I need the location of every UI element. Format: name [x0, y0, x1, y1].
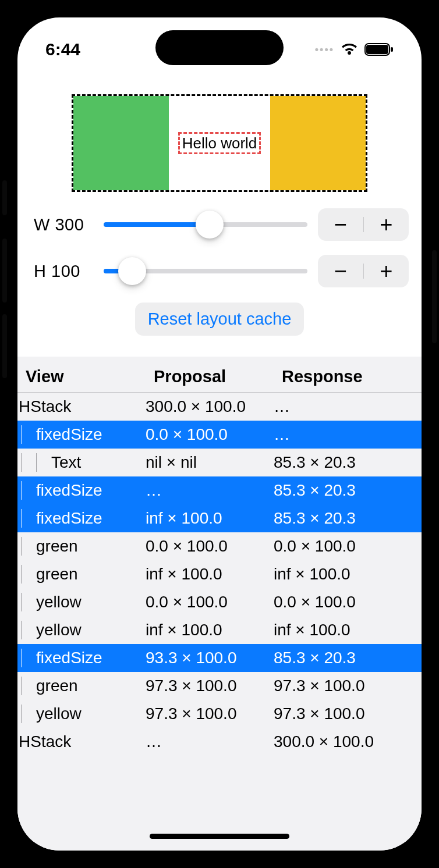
cell-view: fixedSize — [17, 481, 146, 500]
svg-rect-2 — [391, 47, 393, 52]
preview-text: Hello world — [178, 132, 261, 154]
tree-guide — [21, 593, 33, 611]
table-row[interactable]: HStack300.0 × 100.0… — [17, 393, 422, 421]
home-indicator — [150, 834, 289, 839]
cell-view: green — [17, 537, 146, 556]
cell-view: yellow — [17, 593, 146, 611]
height-control-row: H 100 − + — [30, 255, 409, 287]
width-slider-thumb[interactable] — [196, 211, 224, 239]
cell-response: inf × 100.0 — [274, 565, 413, 584]
power-button — [432, 250, 437, 343]
tree-guide — [21, 509, 33, 528]
height-slider[interactable] — [104, 269, 307, 273]
cell-proposal: 0.0 × 100.0 — [146, 537, 274, 556]
table-row[interactable]: yellow0.0 × 100.00.0 × 100.0 — [17, 588, 422, 616]
cell-response: inf × 100.0 — [274, 621, 413, 639]
header-response: Response — [282, 367, 413, 386]
tree-guide — [21, 481, 33, 500]
center-block: Hello world — [169, 96, 270, 190]
screen: 6:44 •••• Hello world — [17, 17, 422, 851]
cell-proposal: 97.3 × 100.0 — [146, 705, 274, 723]
side-button — [2, 180, 7, 215]
width-stepper: − + — [318, 208, 409, 241]
view-label: fixedSize — [35, 649, 102, 667]
table-header: View Proposal Response — [17, 357, 422, 393]
view-label: yellow — [35, 593, 82, 611]
cell-response: … — [274, 425, 413, 444]
cell-view: HStack — [17, 397, 146, 416]
view-label: yellow — [35, 705, 82, 723]
header-proposal: Proposal — [154, 367, 282, 386]
cell-response: 85.3 × 20.3 — [274, 481, 413, 500]
cell-view: yellow — [17, 705, 146, 723]
view-label: yellow — [35, 621, 82, 639]
width-plus-button[interactable]: + — [364, 212, 409, 237]
table-row[interactable]: green0.0 × 100.00.0 × 100.0 — [17, 532, 422, 560]
svg-rect-1 — [366, 45, 388, 54]
cell-response: … — [274, 397, 413, 416]
view-label: HStack — [17, 397, 71, 416]
green-block — [73, 96, 169, 190]
layout-table: View Proposal Response HStack300.0 × 100… — [17, 357, 422, 851]
cell-view: green — [17, 565, 146, 584]
cell-proposal: inf × 100.0 — [146, 621, 274, 639]
table-row[interactable]: HStack…300.0 × 100.0 — [17, 728, 422, 756]
width-label: W 300 — [30, 215, 93, 234]
cell-proposal: 93.3 × 100.0 — [146, 649, 274, 667]
view-label: Text — [50, 453, 81, 472]
cell-proposal: inf × 100.0 — [146, 565, 274, 584]
height-slider-thumb[interactable] — [118, 257, 146, 285]
tree-guide — [21, 537, 33, 556]
cell-response: 0.0 × 100.0 — [274, 537, 413, 556]
cell-proposal: … — [146, 732, 274, 751]
view-label: fixedSize — [35, 481, 102, 500]
volume-down-button — [2, 314, 7, 378]
view-label: green — [35, 565, 78, 584]
tree-guide — [21, 677, 33, 695]
table-row[interactable]: green97.3 × 100.097.3 × 100.0 — [17, 672, 422, 700]
cell-response: 97.3 × 100.0 — [274, 705, 413, 723]
status-time: 6:44 — [45, 40, 80, 59]
width-minus-button[interactable]: − — [318, 212, 363, 237]
cell-view: fixedSize — [17, 649, 146, 667]
cell-response: 85.3 × 20.3 — [274, 509, 413, 528]
table-row[interactable]: fixedSize…85.3 × 20.3 — [17, 476, 422, 504]
table-row[interactable]: fixedSizeinf × 100.085.3 × 20.3 — [17, 504, 422, 532]
width-control-row: W 300 − + — [30, 208, 409, 241]
cell-view: fixedSize — [17, 509, 146, 528]
cell-response: 85.3 × 20.3 — [274, 649, 413, 667]
tree-guide — [21, 649, 33, 667]
table-row[interactable]: yellow97.3 × 100.097.3 × 100.0 — [17, 700, 422, 728]
phone-frame: 6:44 •••• Hello world — [6, 6, 433, 862]
table-row[interactable]: Textnil × nil85.3 × 20.3 — [17, 449, 422, 476]
tree-guide — [36, 453, 48, 472]
layout-preview-box: Hello world — [72, 94, 367, 192]
view-label: green — [35, 677, 78, 695]
cell-response: 97.3 × 100.0 — [274, 677, 413, 695]
cell-view: Text — [17, 453, 146, 472]
reset-layout-cache-button[interactable]: Reset layout cache — [135, 303, 305, 336]
view-label: fixedSize — [35, 509, 102, 528]
table-row[interactable]: yellowinf × 100.0inf × 100.0 — [17, 616, 422, 644]
cell-view: HStack — [17, 732, 146, 751]
battery-icon — [364, 42, 394, 56]
table-row[interactable]: fixedSize0.0 × 100.0… — [17, 421, 422, 449]
cell-view: fixedSize — [17, 425, 146, 444]
height-plus-button[interactable]: + — [364, 259, 409, 284]
tree-guide — [21, 621, 33, 639]
cell-response: 300.0 × 100.0 — [274, 732, 413, 751]
view-label: fixedSize — [35, 425, 102, 444]
height-minus-button[interactable]: − — [318, 259, 363, 284]
tree-guide — [21, 425, 33, 444]
cell-proposal: 0.0 × 100.0 — [146, 593, 274, 611]
table-row[interactable]: greeninf × 100.0inf × 100.0 — [17, 560, 422, 588]
view-label: green — [35, 537, 78, 556]
view-label: HStack — [17, 732, 71, 751]
cell-response: 85.3 × 20.3 — [274, 453, 413, 472]
width-slider[interactable] — [104, 222, 307, 227]
cell-view: yellow — [17, 621, 146, 639]
cell-proposal: 0.0 × 100.0 — [146, 425, 274, 444]
cell-proposal: nil × nil — [146, 453, 274, 472]
dynamic-island — [155, 30, 284, 65]
table-row[interactable]: fixedSize93.3 × 100.085.3 × 20.3 — [17, 644, 422, 672]
